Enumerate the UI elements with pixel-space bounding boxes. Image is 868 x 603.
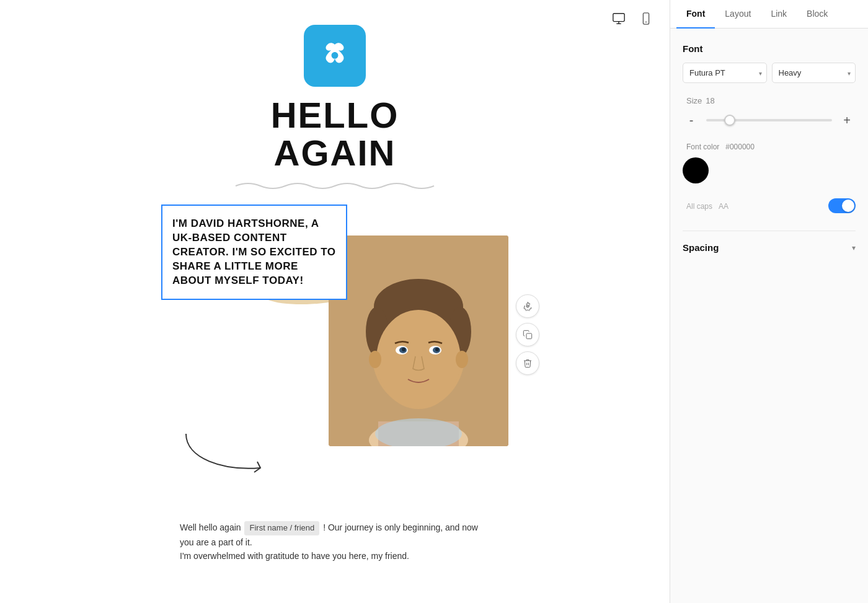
panel-tabs: Font Layout Link Block: [670, 0, 868, 29]
color-swatch-button[interactable]: [683, 157, 709, 183]
color-label: Font color #000000: [683, 141, 856, 151]
allcaps-section: All caps AA: [683, 198, 856, 213]
logo-box: [304, 25, 366, 87]
font-weight-select[interactable]: Heavy Bold Regular Light: [772, 63, 856, 83]
tab-link[interactable]: Link: [761, 0, 797, 29]
bottom-text-section: Well hello again First name / friend ! O…: [180, 508, 490, 563]
spacing-header[interactable]: Spacing ▾: [683, 242, 856, 253]
bottom-paragraph-2: I'm overwhelmed with gratitude to have y…: [180, 549, 490, 563]
delete-button[interactable]: [516, 351, 539, 375]
content-section: I'M DAVID HARTSHORNE, A UK-BASED CONTENT…: [161, 205, 508, 465]
size-controls: - +: [683, 112, 856, 129]
person-face: [329, 235, 508, 446]
allcaps-row: All caps AA: [683, 198, 856, 213]
svg-point-4: [645, 22, 647, 23]
allcaps-label: All caps AA: [683, 201, 728, 211]
size-label: Size18: [683, 95, 856, 105]
action-buttons-container: [516, 294, 539, 375]
settings-button[interactable]: [516, 294, 539, 318]
font-section-label: Font: [683, 43, 856, 54]
tab-block[interactable]: Block: [797, 0, 838, 29]
size-increase-button[interactable]: +: [838, 112, 856, 129]
size-decrease-button[interactable]: -: [683, 112, 700, 129]
gear-icon: [523, 301, 533, 311]
firstname-tag[interactable]: First name / friend: [244, 521, 319, 535]
tab-layout[interactable]: Layout: [715, 0, 761, 29]
tab-font[interactable]: Font: [676, 0, 715, 29]
text-block[interactable]: I'M DAVID HARTSHORNE, A UK-BASED CONTENT…: [161, 205, 347, 301]
font-weight-wrapper: Heavy Bold Regular Light ▾: [772, 63, 856, 83]
spacing-section: Spacing ▾: [683, 231, 856, 253]
font-name-select[interactable]: Futura PT Arial Helvetica Georgia: [683, 63, 767, 83]
allcaps-aa-label: AA: [719, 202, 728, 211]
content-section-inner: I'M DAVID HARTSHORNE, A UK-BASED CONTENT…: [161, 205, 508, 465]
right-panel: Font Layout Link Block Font Futura PT Ar…: [670, 0, 868, 603]
font-row: Futura PT Arial Helvetica Georgia ▾ Heav…: [683, 63, 856, 83]
person-svg: [329, 235, 508, 446]
size-value: 18: [706, 96, 714, 105]
bottom-paragraph-1: Well hello again First name / friend ! O…: [180, 521, 490, 549]
desktop-view-button[interactable]: [608, 7, 630, 30]
size-slider[interactable]: [706, 119, 832, 121]
page-title: HELLO AGAIN: [271, 97, 399, 172]
logo-container: [304, 25, 366, 87]
mobile-icon: [639, 12, 653, 25]
spacing-chevron-icon: ▾: [852, 244, 856, 252]
copy-icon: [523, 330, 533, 340]
photo-placeholder: [329, 235, 508, 446]
toggle-knob: [842, 200, 854, 212]
svg-point-19: [435, 348, 439, 351]
flower-icon: [316, 37, 353, 74]
wavy-divider: [236, 180, 434, 192]
bottom-text-before: Well hello again: [180, 522, 243, 532]
duplicate-button[interactable]: [516, 323, 539, 346]
font-name-wrapper: Futura PT Arial Helvetica Georgia ▾: [683, 63, 767, 83]
arrow-svg: [174, 428, 279, 477]
color-section: Font color #000000: [683, 141, 856, 186]
text-block-content: I'M DAVID HARTSHORNE, A UK-BASED CONTENT…: [172, 217, 336, 288]
color-hex-value: #000000: [725, 143, 755, 151]
svg-rect-0: [613, 14, 624, 22]
svg-point-20: [369, 351, 381, 368]
svg-point-21: [456, 351, 468, 368]
trash-icon: [523, 358, 533, 368]
size-row: Size18 - +: [683, 95, 856, 129]
panel-content: Font Futura PT Arial Helvetica Georgia ▾…: [670, 29, 868, 268]
spacing-title: Spacing: [683, 242, 719, 253]
desktop-icon: [612, 12, 626, 25]
svg-rect-23: [526, 333, 532, 339]
svg-point-18: [402, 348, 405, 351]
allcaps-toggle[interactable]: [828, 198, 856, 213]
svg-point-13: [376, 310, 461, 409]
mobile-view-button[interactable]: [635, 7, 657, 30]
